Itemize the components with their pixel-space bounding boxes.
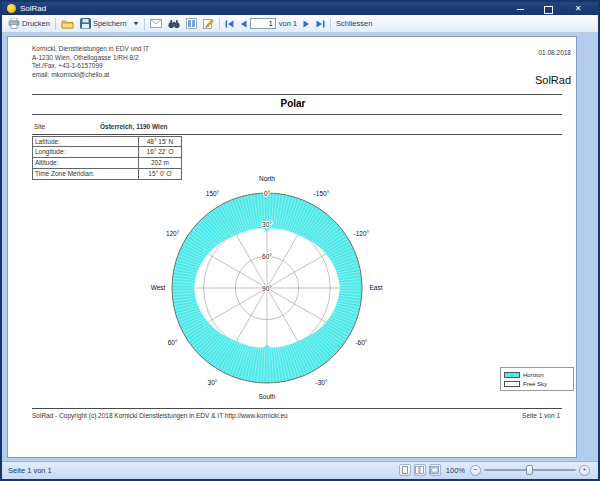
close-button[interactable]: ✕ <box>570 4 586 14</box>
polar-chart: 0°30°60°90°North-150°-120°East-60°-30°So… <box>127 143 407 433</box>
save-options-dropdown[interactable] <box>130 16 142 31</box>
multi-page-icon <box>415 466 424 474</box>
save-button[interactable]: Speichern <box>77 16 130 31</box>
title-rule <box>32 114 562 115</box>
next-page-button[interactable] <box>300 16 313 31</box>
statusbar: Seite 1 von 1 100% − + <box>2 461 598 479</box>
columns-icon <box>186 18 197 29</box>
next-page-icon <box>303 20 310 28</box>
window-title: SolRad <box>20 4 46 13</box>
svg-text:West: West <box>151 284 166 291</box>
site-rule <box>32 134 562 135</box>
footer-page-number: Seite 1 von 1 <box>522 412 560 419</box>
app-name-label: SolRad <box>535 74 571 86</box>
legend-label: Horizon <box>523 372 544 378</box>
svg-text:East: East <box>369 284 382 291</box>
printer-icon <box>8 18 20 29</box>
svg-text:120°: 120° <box>166 230 180 237</box>
report-page: Kornicki, Dienstleistungen in EDV und IT… <box>7 36 577 458</box>
page-number-input[interactable] <box>250 18 276 29</box>
separator <box>219 18 220 30</box>
report-date: 01.08.2018 <box>538 49 571 56</box>
toolbar: Drucken Speichern <box>2 15 598 33</box>
svg-text:30°: 30° <box>208 379 218 386</box>
sun-app-icon <box>7 4 16 13</box>
svg-text:North: North <box>259 175 275 182</box>
svg-text:150°: 150° <box>206 190 220 197</box>
first-page-button[interactable] <box>222 16 237 31</box>
svg-text:-150°: -150° <box>314 190 330 197</box>
page-setup-button[interactable] <box>183 16 200 31</box>
first-page-icon <box>225 20 234 28</box>
find-button[interactable] <box>165 16 183 31</box>
header-rule <box>32 94 562 95</box>
zoom-level-label: 100% <box>446 466 465 475</box>
close-preview-button[interactable]: Schliessen <box>333 16 375 31</box>
print-button[interactable]: Drucken <box>5 16 53 31</box>
svg-text:60°: 60° <box>262 253 272 260</box>
page-width-icon <box>430 466 439 474</box>
svg-text:30°: 30° <box>262 221 272 228</box>
separator <box>330 18 331 30</box>
status-zoom-controls: 100% − + <box>399 464 590 476</box>
email-button[interactable] <box>147 16 165 31</box>
separator <box>55 18 56 30</box>
folder-button[interactable] <box>58 16 77 31</box>
edit-icon <box>203 18 214 29</box>
page-of-label: von 1 <box>279 19 297 28</box>
prev-page-button[interactable] <box>237 16 250 31</box>
view-page-width-button[interactable] <box>429 464 441 476</box>
detail-label: Longitude: <box>33 147 138 157</box>
detail-label: Latitude: <box>33 137 138 146</box>
titlebar: SolRad ✕ <box>2 2 598 15</box>
app-window: SolRad ✕ Drucken Speichern <box>0 0 600 481</box>
view-multi-page-button[interactable] <box>414 464 426 476</box>
footer-copyright: SolRad - Copyright (c) 2018 Kornicki Die… <box>32 412 288 419</box>
edit-button[interactable] <box>200 16 217 31</box>
svg-text:0°: 0° <box>264 190 271 197</box>
email-icon <box>150 19 162 28</box>
legend-item: Free Sky <box>504 379 570 388</box>
svg-text:90°: 90° <box>262 285 272 292</box>
zoom-out-button[interactable]: − <box>470 465 481 476</box>
site-value: Österreich, 1190 Wien <box>100 123 168 130</box>
separator <box>144 18 145 30</box>
document-viewport: Kornicki, Dienstleistungen in EDV und IT… <box>2 34 598 462</box>
svg-text:-60°: -60° <box>355 339 367 346</box>
last-page-button[interactable] <box>313 16 328 31</box>
svg-text:South: South <box>259 393 276 400</box>
company-line: email: mkornicki@chello.at <box>32 71 149 80</box>
svg-text:-30°: -30° <box>316 379 328 386</box>
zoom-slider[interactable] <box>484 464 576 476</box>
company-line: Tel./Fax. +43-1-6157099 <box>32 62 149 71</box>
last-page-icon <box>316 20 325 28</box>
chevron-down-icon <box>133 21 139 26</box>
save-icon <box>80 18 91 29</box>
svg-text:60°: 60° <box>168 339 178 346</box>
detail-label: Time Zone Meridian: <box>33 169 138 179</box>
folder-icon <box>61 19 74 29</box>
view-single-page-button[interactable] <box>399 464 411 476</box>
freesky-swatch <box>504 381 520 387</box>
single-page-icon <box>401 466 409 474</box>
prev-page-icon <box>240 20 247 28</box>
zoom-in-button[interactable]: + <box>579 465 590 476</box>
site-label: Site <box>34 123 45 130</box>
company-line: Kornicki, Dienstleistungen in EDV und IT <box>32 45 149 54</box>
report-title: Polar <box>8 98 578 109</box>
close-preview-label: Schliessen <box>336 19 372 28</box>
sun-logo-icon <box>486 50 529 93</box>
print-label: Drucken <box>22 19 50 28</box>
horizon-swatch <box>504 372 520 378</box>
company-line: A-1230 Wien, Othellogasse 1/RH 8/2 <box>32 54 149 63</box>
zoom-slider-thumb[interactable] <box>526 465 533 475</box>
binoculars-icon <box>168 19 180 29</box>
save-label: Speichern <box>93 19 127 28</box>
detail-label: Altitude: <box>33 158 138 168</box>
legend-item: Horizon <box>504 370 570 379</box>
status-page-info: Seite 1 von 1 <box>8 466 52 475</box>
minimize-button[interactable] <box>512 4 528 14</box>
legend-label: Free Sky <box>523 381 547 387</box>
footer-rule <box>32 408 562 409</box>
maximize-button[interactable] <box>540 4 556 14</box>
